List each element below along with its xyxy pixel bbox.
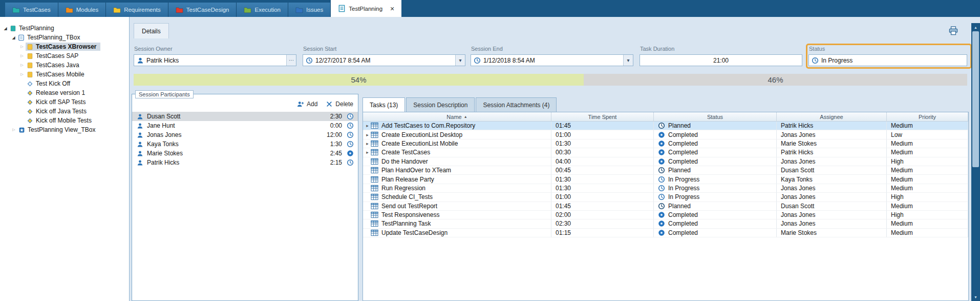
- tab-label: Tasks (13): [370, 102, 398, 109]
- task-assignee: Dusan Scott: [777, 202, 887, 211]
- tree-item-testcases-xbrowser[interactable]: ▷TestCases XBrowser: [0, 42, 129, 51]
- add-participant-button[interactable]: Add: [297, 101, 317, 108]
- task-status: In Progress: [654, 193, 777, 202]
- column-header-assignee[interactable]: Assignee: [777, 112, 887, 121]
- completed-icon: [347, 150, 354, 157]
- tab-execution[interactable]: Execution: [237, 3, 288, 17]
- tree-collapsed-arrow-icon[interactable]: ▷: [18, 63, 26, 67]
- tab-label: Session Attachments (4): [483, 102, 549, 109]
- participant-row-dusan-scott[interactable]: Dusan Scott2:30: [132, 112, 358, 121]
- participant-row-kaya-tonks[interactable]: Kaya Tonks1:30: [132, 139, 358, 149]
- task-row-add-testcases-to-com-repository[interactable]: ▸Add TestCases to Com.Repository01:45Pla…: [363, 122, 968, 130]
- print-button[interactable]: [948, 26, 958, 36]
- task-row-plan-release-party[interactable]: Plan Release Party01:30In ProgressKaya T…: [363, 175, 968, 184]
- tree-item-label: TestCases Mobile: [36, 71, 84, 78]
- task-icon: [371, 158, 378, 165]
- task-row-create-testcases[interactable]: ▸Create TestCases00:30CompletedPatrik Hi…: [363, 148, 968, 157]
- field-label: Session Start: [303, 46, 336, 52]
- column-header-time-spent[interactable]: Time Spent: [551, 112, 654, 121]
- participant-row-marie-stokes[interactable]: Marie Stokes2:45: [132, 149, 358, 158]
- participant-row-patrik-hicks[interactable]: Patrik Hicks2:15: [132, 158, 358, 167]
- task-row-test-responsiveness[interactable]: Test Responsiveness02:00CompletedJonas J…: [363, 211, 968, 219]
- scrollbar-thumb[interactable]: [972, 31, 979, 167]
- status-input[interactable]: In Progress: [808, 54, 967, 66]
- tree-collapsed-arrow-icon[interactable]: ▷: [18, 45, 26, 49]
- tree-expanded-arrow-icon[interactable]: ◢: [10, 35, 17, 40]
- progress-right-segment: 46%: [584, 74, 967, 86]
- tab-testplanning[interactable]: TestPlanning×: [331, 0, 401, 17]
- tab-testcases[interactable]: TestCases: [5, 3, 58, 17]
- task-row-create-executionlist-mobile[interactable]: ▸Create ExecutionList Mobile01:30Complet…: [363, 139, 968, 148]
- tab-details[interactable]: Details: [134, 23, 169, 38]
- task-icon: [371, 149, 378, 156]
- session-end-input[interactable]: 1/12/2018 8:54 AM▾: [471, 54, 633, 66]
- status-completed-icon: [658, 131, 665, 138]
- tree-item-kick-off-java-tests[interactable]: Kick off Java Tests: [0, 107, 129, 116]
- session-start-input[interactable]: 12/27/2017 8:54 AM▾: [303, 54, 465, 66]
- task-row-plan-handover-to-xteam[interactable]: Plan HandOver to XTeam00:45PlannedDusan …: [363, 166, 968, 175]
- task-row-create-executionlist-desktop[interactable]: ▸Create ExecutionList Desktop01:00Comple…: [363, 130, 968, 139]
- task-row-send-out-testreport[interactable]: Send out TestReport01:45PlannedDusan Sco…: [363, 202, 968, 211]
- field-task-duration: Task Duration21:00: [640, 54, 802, 66]
- tab-session-attachments-4[interactable]: Session Attachments (4): [476, 97, 557, 112]
- tab-label: Session Description: [413, 102, 467, 109]
- tree-collapsed-arrow-icon[interactable]: ▷: [18, 72, 26, 76]
- tab-modules[interactable]: Modules: [58, 3, 106, 17]
- column-header-priority[interactable]: Priority: [887, 112, 968, 121]
- row-expand-icon[interactable]: ▸: [364, 141, 371, 146]
- task-row-do-the-handover[interactable]: Do the Handover04:00CompletedJonas Jones…: [363, 157, 968, 166]
- session-owner-input[interactable]: Patrik Hicks···: [134, 54, 296, 66]
- row-expand-icon[interactable]: ▸: [364, 123, 371, 128]
- tree-item-label: TestPlanning_TBox: [27, 34, 80, 41]
- tree-item-testplanning[interactable]: ◢TestPlanning: [0, 24, 129, 33]
- tree-item-release-version-1[interactable]: Release version 1: [0, 88, 129, 97]
- tree-expanded-arrow-icon[interactable]: ◢: [2, 26, 9, 31]
- task-row-testplanning-task[interactable]: TestPlanning Task02:30CompletedJonas Jon…: [363, 219, 968, 228]
- tab-testcasedesign[interactable]: TestCaseDesign: [168, 3, 237, 17]
- tree-item-kick-off-mobile-tests[interactable]: Kick off Mobile Tests: [0, 116, 129, 125]
- browse-button[interactable]: ···: [286, 55, 296, 66]
- participant-name: Dusan Scott: [147, 113, 318, 120]
- tree-item-testcases-sap[interactable]: ▷TestCases SAP: [0, 51, 129, 61]
- participant-row-jonas-jones[interactable]: Jonas Jones12:00: [132, 130, 358, 139]
- scroll-up-icon[interactable]: ▲: [971, 24, 980, 31]
- participant-row-jane-hunt[interactable]: Jane Hunt0:00: [132, 121, 358, 130]
- task-name: Create ExecutionList Mobile: [381, 140, 458, 147]
- tree-collapsed-arrow-icon[interactable]: ▷: [10, 128, 17, 132]
- tab-requirements[interactable]: Requirements: [106, 3, 168, 17]
- tree-item-testcases-java[interactable]: ▷TestCases Java: [0, 61, 129, 70]
- row-expand-icon[interactable]: ▸: [364, 150, 371, 155]
- dropdown-button[interactable]: ▾: [455, 55, 465, 66]
- tree-item-testplanning-tbox[interactable]: ◢TestPlanning_TBox: [0, 33, 129, 42]
- tab-session-description[interactable]: Session Description: [406, 97, 475, 112]
- task-name: Plan Release Party: [381, 176, 434, 183]
- tree-item-testplanning-view-tbox[interactable]: ▷TestPlanning View_TBox: [0, 125, 129, 134]
- tab-tasks-13[interactable]: Tasks (13): [363, 97, 405, 112]
- task-name: Send out TestReport: [381, 203, 437, 210]
- task-row-run-regression[interactable]: Run Regression01:30In ProgressJonas Jone…: [363, 184, 968, 193]
- task-duration-input[interactable]: 21:00: [640, 54, 802, 66]
- tree-item-testcases-mobile[interactable]: ▷TestCases Mobile: [0, 70, 129, 79]
- task-time-spent: 01:00: [551, 193, 654, 202]
- tree-item-test-kick-off[interactable]: Test Kick Off: [0, 79, 129, 88]
- close-tab-icon[interactable]: ×: [390, 5, 394, 12]
- vertical-scrollbar[interactable]: ▲ ▼: [971, 17, 980, 301]
- column-header-name[interactable]: Name▲: [363, 112, 551, 121]
- task-row-schedule-ci-tests[interactable]: Schedule CI_Tests01:00In ProgressJonas J…: [363, 193, 968, 202]
- tree-collapsed-arrow-icon[interactable]: ▷: [18, 54, 26, 58]
- diamond-yellow-icon: [27, 99, 33, 106]
- task-status: Completed: [654, 130, 777, 139]
- column-header-status[interactable]: Status: [654, 112, 777, 121]
- task-status: Completed: [654, 148, 777, 157]
- row-expand-icon[interactable]: ▸: [364, 132, 371, 137]
- tree-item-kick-off-sap-tests[interactable]: Kick off SAP Tests: [0, 97, 129, 107]
- scroll-down-icon[interactable]: ▼: [971, 293, 980, 300]
- tasks-panel: Tasks (13)Session DescriptionSession Att…: [363, 97, 969, 301]
- task-status: Completed: [654, 229, 777, 237]
- task-row-update-testcasedesign[interactable]: Update TestCaseDesign01:15CompletedMarie…: [363, 229, 968, 237]
- tasks-table-header: Name▲Time SpentStatusAssigneePriority: [363, 112, 968, 122]
- scrollbar-track[interactable]: ▲ ▼: [971, 23, 980, 301]
- tab-issues[interactable]: Issues: [288, 3, 331, 17]
- delete-participant-button[interactable]: Delete: [326, 101, 353, 108]
- dropdown-button[interactable]: ▾: [623, 55, 633, 66]
